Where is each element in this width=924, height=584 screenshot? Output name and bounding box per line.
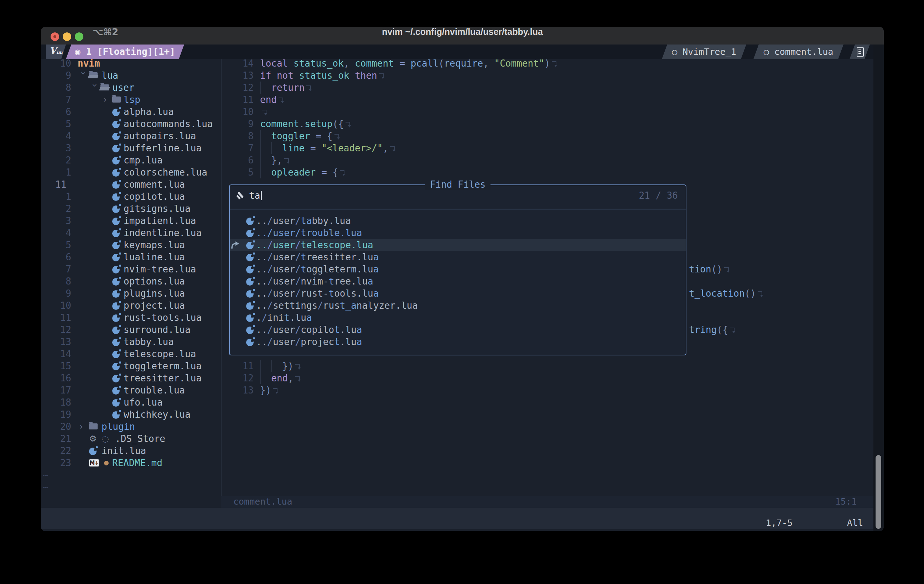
ruler-position: 1,7-5 <box>766 517 792 529</box>
editor-line[interactable]: 12return <box>41 82 884 94</box>
code-text: t_location() <box>689 287 763 299</box>
line-number: 5 <box>52 239 71 251</box>
tree-row-ufo.lua[interactable]: 18ufo.lua <box>41 396 884 408</box>
eol-icon <box>335 134 340 140</box>
tree-label: copilot.lua <box>124 191 185 203</box>
tree-row-plugin[interactable]: 20›plugin <box>41 421 884 433</box>
search-input[interactable]: ta 21 / 36 <box>235 190 678 201</box>
tree-row-init.lua[interactable]: 22init.lua <box>41 445 884 457</box>
editor-line[interactable]: 11}) <box>41 360 884 372</box>
result-row[interactable]: ../user/tabby.lua <box>230 215 686 227</box>
indent-guide <box>271 142 282 154</box>
telescope-icon <box>234 189 247 202</box>
result-row[interactable]: ../user/project.lua <box>230 336 686 348</box>
code-text: return <box>260 82 312 94</box>
result-counter: 21 / 36 <box>639 190 678 201</box>
eol-icon <box>340 170 345 176</box>
result-row[interactable]: ../user/rust-tools.lua <box>230 287 686 299</box>
lua-icon <box>112 410 122 419</box>
line-number: 10 <box>219 106 254 118</box>
result-row[interactable]: ./init.lua <box>230 312 686 324</box>
result-path: ../user/toggleterm.lua <box>256 263 379 275</box>
gear-icon: ⚙ <box>89 433 97 445</box>
buffer-list-badge[interactable] <box>850 45 870 59</box>
result-row[interactable]: ../user/trouble.lua <box>230 227 686 239</box>
tree-label: options.lua <box>124 275 185 287</box>
eol-icon <box>379 73 384 79</box>
lua-icon <box>89 446 98 455</box>
eol-icon <box>724 267 729 273</box>
result-path: ../user/copilot.lua <box>256 324 362 336</box>
tab-nvimtree[interactable]: ○ NvimTree_1 <box>662 45 746 59</box>
editor-line[interactable]: 9comment.setup({ <box>41 118 884 130</box>
result-row[interactable]: ../user/nvim-tree.lua <box>230 275 686 287</box>
lua-icon <box>112 337 122 346</box>
scrollbar-thumb[interactable] <box>876 455 881 529</box>
line-number: 12 <box>219 372 254 384</box>
editor-line[interactable]: 10 <box>41 106 884 118</box>
tab-comment-lua[interactable]: ○ comment.lua <box>753 45 843 59</box>
code-text: tring({ <box>689 324 735 336</box>
readme-bullet-icon <box>104 461 109 465</box>
editor-line[interactable]: 11end <box>41 94 884 106</box>
search-query: ta <box>249 190 260 201</box>
chevron-right-icon: › <box>79 421 87 433</box>
result-row[interactable]: ../user/copilot.lua <box>230 324 686 336</box>
code-text: end <box>260 94 284 106</box>
tree-label: README.md <box>112 457 162 469</box>
tree-row-whichkey.lua[interactable]: 19whichkey.lua <box>41 408 884 421</box>
lua-icon <box>112 301 122 310</box>
window-title: nvim ~/.config/nvim/lua/user/tabby.lua <box>41 27 884 45</box>
tree-row-README.md[interactable]: 23M↓README.md <box>41 457 884 469</box>
lua-icon <box>112 240 122 250</box>
line-number: 11 <box>219 360 254 372</box>
tree-label: init.lua <box>102 445 146 457</box>
line-number: 11 <box>52 312 71 324</box>
vim-logo-icon: Vim <box>46 45 66 59</box>
code-text: toggler = { <box>260 130 340 142</box>
result-row[interactable]: ../user/toggleterm.lua <box>230 263 686 275</box>
line-number: 6 <box>219 154 254 166</box>
editor-line[interactable]: 7line = "<leader>/", <box>41 142 884 154</box>
lua-icon <box>112 277 122 286</box>
line-number: 10 <box>52 299 71 312</box>
editor-line[interactable]: 13}) <box>41 384 884 396</box>
markdown-icon: M↓ <box>89 459 99 467</box>
lua-icon <box>112 313 122 322</box>
lua-icon <box>246 313 256 322</box>
lua-icon <box>112 252 122 262</box>
indent-guide <box>260 82 271 94</box>
editor-line[interactable]: 13if not status_ok then <box>41 69 884 82</box>
line-number: 4 <box>52 227 71 239</box>
tab-current-floating[interactable]: ◉ 1 [Floating][1+] <box>66 45 184 59</box>
result-path: ../user/trouble.lua <box>256 227 362 240</box>
code-text: }) <box>260 384 278 396</box>
tree-label: impatient.lua <box>124 215 196 227</box>
result-row[interactable]: ../user/telescope.lua <box>230 239 686 251</box>
code-text: }) <box>260 360 300 372</box>
dotted-circle-icon: ◌ <box>102 433 109 445</box>
lua-icon <box>246 265 256 274</box>
tree-row-.DS_Store[interactable]: 21⚙◌.DS_Store <box>41 433 884 445</box>
line-number: 8 <box>52 275 71 287</box>
editor-line[interactable]: 12end, <box>41 372 884 384</box>
editor-line[interactable]: 14local status_ok, comment = pcall(requi… <box>41 57 884 69</box>
lua-icon <box>112 204 122 213</box>
editor-line[interactable]: 5opleader = { <box>41 166 884 178</box>
editor-line[interactable]: 8toggler = { <box>41 130 884 142</box>
tree-label: plugin <box>102 421 135 433</box>
tree-label: telescope.lua <box>124 348 196 360</box>
line-number: 3 <box>52 215 71 227</box>
result-path: ../settings/rust_analyzer.lua <box>256 299 418 312</box>
tree-label: whichkey.lua <box>124 408 191 421</box>
tabline: Vim ◉ 1 [Floating][1+] ○ NvimTree_1 ○ co… <box>41 45 884 59</box>
result-row[interactable]: ../user/treesitter.lua <box>230 251 686 263</box>
code-text: if not status_ok then <box>260 69 384 82</box>
eol-icon <box>345 121 351 128</box>
lua-icon <box>112 228 122 238</box>
desktop-background: ⌥⌘2 nvim ~/.config/nvim/lua/user/tabby.l… <box>0 0 924 584</box>
titlebar: ⌥⌘2 nvim ~/.config/nvim/lua/user/tabby.l… <box>41 27 884 45</box>
editor-line[interactable]: 6}, <box>41 154 884 166</box>
result-path: ../user/rust-tools.lua <box>256 287 379 299</box>
result-row[interactable]: ../settings/rust_analyzer.lua <box>230 299 686 312</box>
